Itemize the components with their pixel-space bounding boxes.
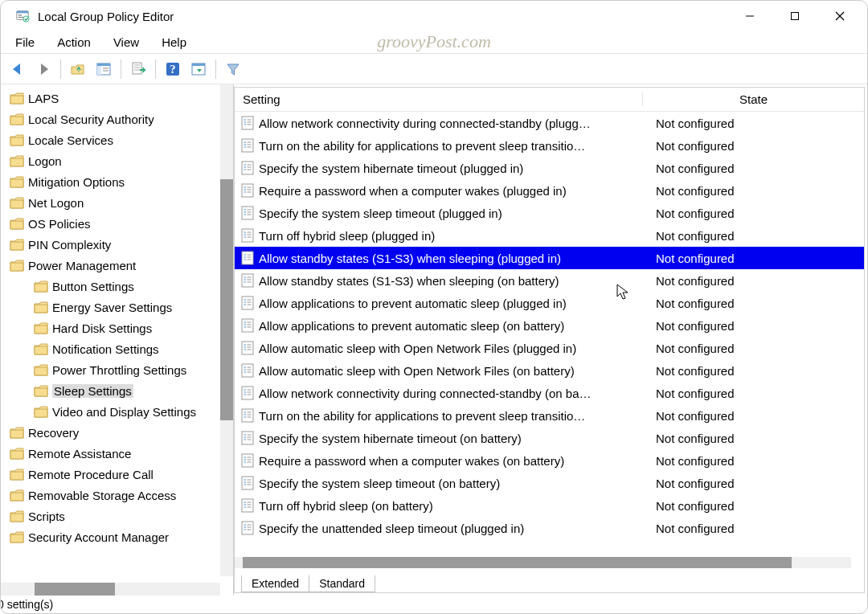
setting-name: Allow automatic sleep with Open Network …: [259, 342, 643, 355]
tree-item-label: Video and Display Settings: [52, 405, 196, 419]
tree-item[interactable]: Hard Disk Settings: [1, 317, 233, 338]
filter-button[interactable]: [221, 57, 245, 81]
settings-row[interactable]: Allow automatic sleep with Open Network …: [235, 359, 864, 382]
tree-panel[interactable]: LAPSLocal Security AuthorityLocale Servi…: [1, 84, 234, 596]
close-button[interactable]: [817, 4, 862, 28]
tree-item[interactable]: Net Logon: [1, 192, 233, 213]
export-list-button[interactable]: [126, 57, 150, 81]
menu-help[interactable]: Help: [150, 33, 198, 51]
settings-row[interactable]: Specify the system hibernate timeout (on…: [235, 427, 864, 449]
menu-view[interactable]: View: [102, 33, 150, 51]
tree-v-scroll-thumb[interactable]: [220, 179, 233, 420]
settings-row[interactable]: Allow standby states (S1-S3) when sleepi…: [235, 247, 864, 269]
setting-name: Allow network connectivity during connec…: [259, 387, 643, 400]
tree-item-label: Sleep Settings: [52, 384, 133, 398]
up-folder-button[interactable]: [66, 57, 90, 81]
policy-item-icon: [241, 498, 254, 513]
svg-rect-50: [242, 207, 253, 219]
tree-item[interactable]: Security Account Manager: [1, 526, 233, 547]
setting-state: Not configured: [643, 499, 735, 513]
folder-icon: [10, 134, 24, 146]
settings-row[interactable]: Specify the system sleep timeout (on bat…: [235, 472, 864, 494]
settings-row[interactable]: Turn off hybrid sleep (plugged in)Not co…: [235, 224, 864, 247]
svg-rect-10: [97, 63, 110, 66]
setting-state: Not configured: [643, 139, 735, 153]
back-button[interactable]: [6, 57, 30, 81]
show-hide-tree-button[interactable]: [92, 57, 116, 81]
setting-state: Not configured: [643, 229, 735, 243]
svg-rect-1: [17, 11, 28, 14]
tree-item-label: Scripts: [28, 510, 65, 523]
tree-item[interactable]: Remote Assistance: [1, 443, 233, 464]
action-pane-button[interactable]: [186, 57, 211, 81]
status-bar: 0 setting(s): [1, 596, 867, 613]
setting-state: Not configured: [643, 274, 735, 288]
settings-row[interactable]: Turn off hybrid sleep (on battery)Not co…: [235, 494, 864, 517]
settings-row[interactable]: Turn on the ability for applications to …: [235, 134, 864, 157]
svg-rect-11: [97, 66, 101, 75]
folder-icon: [10, 427, 24, 439]
svg-rect-29: [242, 139, 253, 152]
tree-item[interactable]: Energy Saver Settings: [1, 297, 233, 317]
tree-item[interactable]: Locale Services: [1, 129, 233, 150]
tree-item-label: Energy Saver Settings: [52, 301, 172, 314]
settings-row[interactable]: Require a password when a computer wakes…: [235, 179, 864, 202]
settings-row[interactable]: Allow applications to prevent automatic …: [235, 314, 864, 337]
list-header[interactable]: Setting State: [235, 88, 864, 112]
svg-rect-36: [242, 162, 253, 174]
tree-item[interactable]: Scripts: [1, 506, 233, 526]
tree-item[interactable]: Power Management: [1, 255, 233, 276]
tree-item[interactable]: Mitigation Options: [1, 171, 233, 192]
policy-item-icon: [241, 453, 254, 468]
tree-item[interactable]: Sleep Settings: [1, 380, 233, 401]
settings-row[interactable]: Allow applications to prevent automatic …: [235, 292, 864, 314]
setting-state: Not configured: [643, 319, 735, 333]
column-header-state[interactable]: State: [643, 92, 864, 106]
policy-item-icon: [241, 183, 254, 198]
tab-standard[interactable]: Standard: [309, 575, 375, 592]
tree-h-scroll-thumb[interactable]: [35, 583, 115, 596]
settings-row[interactable]: Allow automatic sleep with Open Network …: [235, 337, 864, 359]
tree-item[interactable]: LAPS: [1, 88, 233, 108]
setting-name: Specify the system sleep timeout (on bat…: [259, 477, 643, 490]
folder-icon: [10, 218, 24, 230]
list-h-scroll-thumb[interactable]: [243, 557, 792, 568]
svg-rect-57: [242, 229, 253, 242]
menu-action[interactable]: Action: [46, 33, 102, 51]
titlebar[interactable]: Local Group Policy Editor: [1, 1, 867, 31]
maximize-button[interactable]: [772, 4, 817, 28]
folder-icon: [10, 260, 24, 272]
settings-row[interactable]: Specify the system hibernate timeout (pl…: [235, 157, 864, 179]
settings-list[interactable]: Setting State Allow network connectivity…: [235, 88, 864, 571]
settings-row[interactable]: Specify the unattended sleep timeout (pl…: [235, 517, 864, 539]
minimize-button[interactable]: [727, 4, 772, 28]
settings-row[interactable]: Specify the system sleep timeout (plugge…: [235, 202, 864, 224]
help-button[interactable]: ?: [161, 57, 185, 81]
tree-item[interactable]: Recovery: [1, 422, 233, 443]
tree-item-label: Removable Storage Access: [28, 489, 176, 502]
tree-item[interactable]: Local Security Authority: [1, 108, 233, 129]
folder-icon: [34, 385, 48, 397]
setting-name: Specify the unattended sleep timeout (pl…: [259, 522, 643, 535]
tree-item[interactable]: Power Throttling Settings: [1, 359, 233, 380]
settings-row[interactable]: Require a password when a computer wakes…: [235, 449, 864, 472]
tree-item[interactable]: Remote Procedure Call: [1, 464, 233, 485]
setting-state: Not configured: [643, 387, 735, 400]
tab-extended[interactable]: Extended: [241, 575, 309, 592]
settings-row[interactable]: Allow standby states (S1-S3) when sleepi…: [235, 269, 864, 292]
settings-row[interactable]: Turn on the ability for applications to …: [235, 404, 864, 427]
settings-row[interactable]: Allow network connectivity during connec…: [235, 382, 864, 404]
settings-row[interactable]: Allow network connectivity during connec…: [235, 112, 864, 134]
menu-file[interactable]: File: [4, 33, 46, 51]
column-header-setting[interactable]: Setting: [235, 92, 643, 106]
tree-item[interactable]: Logon: [1, 150, 233, 171]
window-title: Local Group Policy Editor: [38, 10, 174, 23]
forward-button[interactable]: [31, 57, 55, 81]
tree-item[interactable]: Video and Display Settings: [1, 401, 233, 422]
tree-item[interactable]: OS Policies: [1, 213, 233, 234]
tree-item[interactable]: Button Settings: [1, 276, 233, 297]
tree-item[interactable]: PIN Complexity: [1, 234, 233, 255]
tree-item[interactable]: Removable Storage Access: [1, 485, 233, 506]
tree-item[interactable]: Notification Settings: [1, 338, 233, 359]
policy-item-icon: [241, 116, 254, 130]
